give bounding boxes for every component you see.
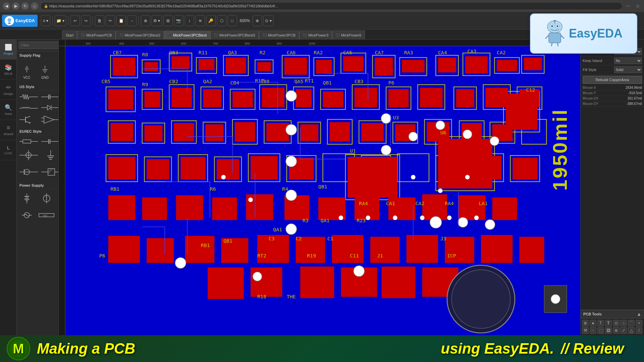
- back-button[interactable]: ◀: [3, 2, 10, 10]
- pcb-tool-image[interactable]: 🖼: [605, 327, 612, 334]
- route-button[interactable]: ≋: [196, 15, 205, 26]
- forward-button[interactable]: ▶: [12, 2, 19, 10]
- redo-button[interactable]: ↪: [81, 15, 91, 26]
- hex-button[interactable]: ⬡: [217, 15, 226, 26]
- rebuild-row: Rebuild CopperArea: [581, 74, 644, 85]
- ps-dc-symbol[interactable]: DC: [36, 207, 57, 223]
- svg-rect-171: [348, 157, 397, 197]
- share-button[interactable]: ⊞: [163, 15, 173, 26]
- svg-point-269: [286, 90, 297, 101]
- toolbar-separator-2: [68, 16, 68, 25]
- easyeda-logo-overlay: EasyEDA: [530, 13, 637, 54]
- paste-button[interactable]: →: [127, 15, 137, 26]
- svg-point-283: [175, 257, 186, 268]
- svg-line-52: [48, 169, 51, 172]
- sidebar-item-shared[interactable]: ≡ Shared: [0, 120, 17, 140]
- tab-mickpowerpcb[interactable]: ⬛ MickPowerPCB: [77, 31, 115, 39]
- us-opamp-symbol[interactable]: [40, 113, 58, 126]
- eu-cross-symbol[interactable]: [18, 147, 39, 163]
- pcb-tool-rect[interactable]: ⬚: [597, 327, 604, 334]
- key-button[interactable]: 🔑: [206, 15, 216, 26]
- home-button[interactable]: ⌂: [31, 2, 38, 10]
- sidebar-item-design[interactable]: ✏ Design: [0, 80, 17, 100]
- sidebar-item-project[interactable]: ⬜ Project: [0, 40, 17, 60]
- fill-style-select[interactable]: Solid None: [614, 66, 642, 73]
- tab-mickpower6[interactable]: ⬛ MickPower6: [332, 31, 365, 39]
- pcb-tool-via[interactable]: ●: [590, 320, 596, 326]
- eu-resistor-svg: [19, 138, 38, 145]
- sidebar-item-lcsc[interactable]: L LCSC: [0, 140, 17, 160]
- pcb-tool-select[interactable]: ☞: [590, 327, 596, 334]
- filter-input[interactable]: [19, 42, 58, 49]
- settings-button[interactable]: ⚙ ▾: [152, 15, 162, 26]
- tab-mickpower3pcb[interactable]: ⬛ MickPower3PCB: [259, 31, 300, 39]
- gnd-symbol[interactable]: GND: [37, 61, 53, 81]
- refresh-button[interactable]: ↻: [21, 2, 29, 10]
- ruler-mark-400: 400: [119, 42, 124, 45]
- cut-button[interactable]: ✂: [106, 15, 115, 26]
- tab-mickpower3[interactable]: ⬛ MickPower3: [299, 31, 332, 39]
- file-button[interactable]: 📁 ▾: [55, 15, 66, 26]
- pcb-tools-collapse-button[interactable]: ▲: [637, 311, 641, 317]
- pcb-tool-scale[interactable]: ⤢: [620, 327, 627, 334]
- extensions-icon[interactable]: ⋯: [625, 2, 632, 10]
- ruler-mark-1000: 1000: [309, 42, 315, 45]
- svg-text:QA1: QA1: [321, 218, 330, 223]
- tab-pcb-icon: ⬛: [81, 33, 85, 37]
- channel-letter: M: [13, 341, 24, 356]
- rebuild-copper-button[interactable]: Rebuild CopperArea: [583, 76, 642, 84]
- us-inductor-symbol[interactable]: [18, 103, 39, 113]
- us-zener-symbol[interactable]: [40, 103, 58, 113]
- eu-rail-symbol[interactable]: [40, 164, 58, 180]
- eu-ground-symbol[interactable]: [40, 147, 58, 163]
- zoom-more-button[interactable]: ⊙ ▾: [263, 15, 273, 26]
- eu-diode-symbol[interactable]: [18, 164, 39, 180]
- pcb-tool-label[interactable]: T: [605, 320, 612, 326]
- pcb-tool-poly[interactable]: △: [628, 327, 635, 334]
- tab-start[interactable]: Start: [62, 31, 77, 39]
- pcb-tool-curve[interactable]: ⌒: [628, 320, 635, 326]
- svg-point-1: [8, 22, 11, 24]
- pcb-tool-measure[interactable]: ⚒: [582, 327, 589, 334]
- pcb-tool-text[interactable]: T: [597, 320, 604, 326]
- copy-button[interactable]: 📋: [116, 15, 126, 26]
- sidebar-item-eelib[interactable]: 📚 EELib: [0, 60, 17, 80]
- overlay-sub-text: using EasyEDA.: [441, 341, 554, 356]
- menu-button[interactable]: ≡ ▾: [41, 15, 50, 26]
- zoom-in-button[interactable]: ⊕: [253, 15, 262, 26]
- undo-button[interactable]: ↩: [70, 15, 80, 26]
- rotate-button[interactable]: ↕: [185, 15, 194, 26]
- pcb-canvas[interactable]: 300 400 500 600 700 800 900 1000: [59, 40, 580, 335]
- tab-mickpower3pcbtest3[interactable]: ⬛ MickPower3PCBtest3: [210, 31, 259, 39]
- pcb-tool-trace[interactable]: ⊕: [582, 320, 589, 326]
- eu-capacitor-symbol[interactable]: [40, 136, 58, 146]
- tab-mickpower3pcbtest[interactable]: ⬛ MickPower3PCBtest: [164, 31, 210, 39]
- snap-button[interactable]: ⊕: [141, 15, 150, 26]
- pcb-tool-arc[interactable]: ⊙: [613, 320, 620, 326]
- logo-area[interactable]: EasyEDA: [2, 15, 38, 27]
- us-npn-symbol[interactable]: [18, 113, 39, 126]
- camera-button[interactable]: 📷: [174, 15, 183, 26]
- us-capacitor-symbol[interactable]: [40, 92, 58, 102]
- svg-text:RB1: RB1: [201, 242, 210, 248]
- ps-battery-symbol[interactable]: [18, 190, 35, 206]
- ps-ac-symbol[interactable]: [18, 207, 35, 223]
- toolbar-separator-3: [93, 16, 93, 25]
- us-resistor-symbol[interactable]: [18, 92, 39, 102]
- pcb-tool-circle[interactable]: ○: [620, 320, 627, 326]
- pcb-tool-cross[interactable]: +: [636, 320, 642, 326]
- shared-label: Shared: [3, 132, 13, 136]
- url-bar[interactable]: 🔒 https://easyeda.com/editor#id=58fcf6d7…: [40, 2, 623, 10]
- bookmark-icon[interactable]: ☆: [634, 2, 641, 10]
- rect-button[interactable]: □: [228, 15, 237, 26]
- pcb-tool-line[interactable]: /: [636, 327, 642, 334]
- pcb-tool-pad[interactable]: ⊕: [613, 327, 620, 334]
- svg-rect-155: [456, 89, 474, 107]
- ps-voltage-symbol[interactable]: + −: [36, 190, 57, 206]
- sidebar-item-parts[interactable]: 🔍 Parts: [0, 100, 17, 120]
- delete-button[interactable]: 🗑: [95, 15, 104, 26]
- vcc-symbol[interactable]: VCC: [19, 61, 35, 81]
- keep-island-select[interactable]: No Yes: [614, 57, 642, 64]
- eu-resistor-symbol[interactable]: [18, 136, 39, 146]
- tab-mickpower3pcbtest2[interactable]: ⬛ MickPower3PCBtest2: [116, 31, 164, 39]
